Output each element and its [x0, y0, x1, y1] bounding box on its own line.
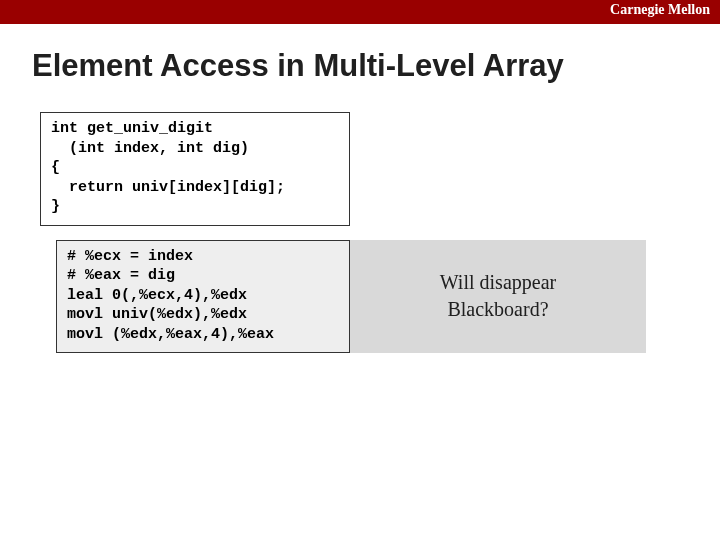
slide-title: Element Access in Multi-Level Array [32, 48, 720, 84]
lower-row: # %ecx = index # %eax = dig leal 0(,%ecx… [56, 240, 720, 354]
callout-line-1: Will disappear [440, 269, 556, 296]
c-code-block: int get_univ_digit (int index, int dig) … [40, 112, 350, 226]
callout-background: # %ecx = index # %eax = dig leal 0(,%ecx… [56, 240, 646, 354]
callout-line-2: Blackboard? [447, 296, 548, 323]
header-bar: Carnegie Mellon [0, 0, 720, 24]
callout-text: Will disappear Blackboard? [350, 240, 646, 354]
asm-code-block: # %ecx = index # %eax = dig leal 0(,%ecx… [56, 240, 350, 354]
brand-text: Carnegie Mellon [610, 2, 710, 18]
